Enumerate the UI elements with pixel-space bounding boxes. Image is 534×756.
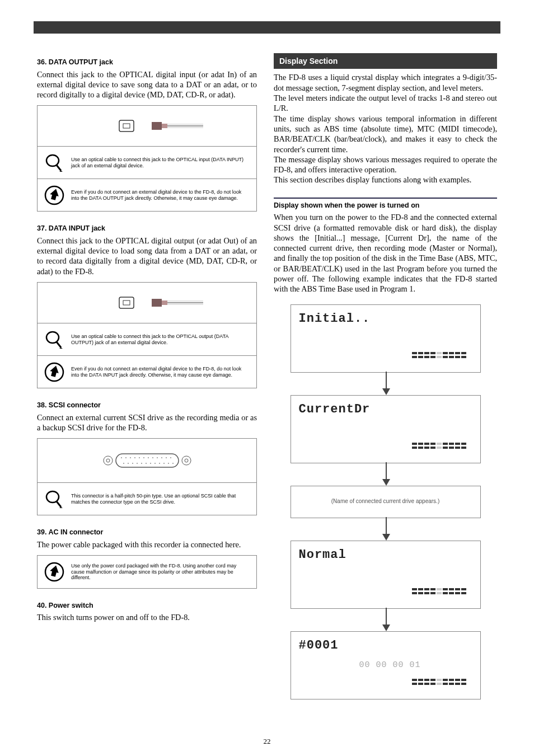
caution-icon xyxy=(44,562,64,582)
lcd-panel-normal: Normal xyxy=(291,541,481,609)
optical-jack-icon xyxy=(86,292,209,314)
svg-point-40 xyxy=(137,463,138,464)
svg-point-29 xyxy=(139,457,140,458)
display-sequence: Initial.. CurrentDr (Name of connected c… xyxy=(291,304,481,699)
svg-rect-13 xyxy=(162,300,167,305)
lcd-text: CurrentDr xyxy=(299,401,371,417)
section-37-caution: Even if you do not connect an external d… xyxy=(71,366,250,378)
svg-point-37 xyxy=(123,463,124,464)
svg-point-44 xyxy=(154,463,156,464)
svg-line-8 xyxy=(57,165,61,171)
svg-point-47 xyxy=(168,463,169,464)
svg-point-30 xyxy=(143,457,144,458)
section-39-figure: Use only the power cord packaged with th… xyxy=(37,555,257,589)
svg-point-35 xyxy=(166,457,167,458)
svg-rect-10 xyxy=(119,297,134,308)
section-36-figure: Use an optical cable to connect this jac… xyxy=(37,105,257,212)
page-number: 22 xyxy=(0,737,534,746)
arrow-down-icon xyxy=(386,517,387,539)
right-column: Display Section The FD-8 uses a liquid c… xyxy=(274,53,497,734)
magnifier-icon xyxy=(44,489,64,509)
svg-rect-0 xyxy=(119,120,134,132)
intro-p4: The message display shows various messag… xyxy=(274,154,497,175)
svg-point-48 xyxy=(172,463,174,464)
svg-point-23 xyxy=(185,459,188,462)
section-40-heading: 40. Power switch xyxy=(37,601,257,611)
lcd-text: Normal xyxy=(299,547,346,563)
poweron-heading: Display shown when the power is turned o… xyxy=(274,201,497,210)
lcd-panel-currentdr: CurrentDr xyxy=(291,395,481,463)
svg-point-28 xyxy=(134,457,135,458)
svg-line-18 xyxy=(57,342,61,348)
lcd-panel-drivename: (Name of connected current drive appears… xyxy=(291,486,481,518)
caution-icon xyxy=(44,185,64,205)
svg-point-27 xyxy=(130,457,131,458)
svg-rect-2 xyxy=(152,122,162,130)
svg-rect-24 xyxy=(116,454,179,467)
arrow-down-icon xyxy=(386,372,387,394)
svg-point-21 xyxy=(106,459,110,462)
svg-point-33 xyxy=(157,457,158,458)
svg-point-25 xyxy=(121,457,122,458)
section-37-hint: Use an optical cable to connect this jac… xyxy=(71,334,250,346)
svg-rect-12 xyxy=(152,299,162,307)
drive-name-caption: (Name of connected current drive appears… xyxy=(291,497,480,505)
caution-icon xyxy=(44,362,64,382)
intro-p5: This section describes display functions… xyxy=(274,175,497,185)
magnifier-icon xyxy=(44,330,64,350)
intro-p2: The level meters indicate the output lev… xyxy=(274,93,497,114)
section-38-figure: This connector is a half-pitch 50-pin ty… xyxy=(37,438,257,515)
svg-rect-1 xyxy=(123,124,130,128)
svg-point-32 xyxy=(152,457,153,458)
lcd-text: #0001 xyxy=(299,637,339,654)
level-meter-icon xyxy=(412,679,474,692)
svg-point-45 xyxy=(159,463,160,464)
svg-point-39 xyxy=(132,463,133,464)
poweron-body: When you turn on the power to the FD-8 a… xyxy=(274,212,497,294)
intro-p3: The time display shows various temporal … xyxy=(274,114,497,154)
optical-jack-icon xyxy=(86,115,209,137)
svg-point-17 xyxy=(46,332,59,343)
lcd-time: 00 00 00 01 xyxy=(359,660,421,671)
svg-point-38 xyxy=(128,463,129,464)
svg-point-49 xyxy=(46,491,59,503)
svg-point-20 xyxy=(104,456,113,465)
svg-line-50 xyxy=(57,501,61,507)
divider xyxy=(274,198,497,199)
lcd-panel-initial: Initial.. xyxy=(291,304,481,373)
display-section-heading: Display Section xyxy=(274,53,497,69)
svg-rect-11 xyxy=(123,300,130,305)
svg-point-41 xyxy=(141,463,142,464)
section-38-hint: This connector is a half-pitch 50-pin ty… xyxy=(71,493,250,505)
svg-rect-3 xyxy=(162,124,167,128)
section-36-body: Connect this jack to the OPTICAL digital… xyxy=(37,69,257,100)
svg-point-43 xyxy=(150,463,151,464)
section-40-body: This switch turns power on and off to th… xyxy=(37,612,257,622)
section-37-body: Connect this jack to the OPTICAL digital… xyxy=(37,236,257,276)
section-38-body: Connect an external current SCSI drive a… xyxy=(37,412,257,433)
level-meter-icon xyxy=(412,443,474,456)
svg-point-46 xyxy=(163,463,165,464)
section-36-hint: Use an optical cable to connect this jac… xyxy=(71,157,250,169)
svg-point-34 xyxy=(161,457,162,458)
level-meter-icon xyxy=(412,352,474,365)
section-37-figure: Use an optical cable to connect this jac… xyxy=(37,282,257,388)
lcd-text: Initial.. xyxy=(299,311,371,327)
level-meter-icon xyxy=(412,588,474,602)
lcd-panel-program: #0001 00 00 00 01 xyxy=(291,631,481,699)
magnifier-icon xyxy=(44,153,64,173)
section-38-heading: 38. SCSI connector xyxy=(37,401,257,410)
section-39-heading: 39. AC IN connector xyxy=(37,528,257,537)
header-bar xyxy=(34,21,500,34)
section-39-caution: Use only the power cord packaged with th… xyxy=(71,563,250,581)
svg-point-31 xyxy=(148,457,149,458)
svg-point-36 xyxy=(170,457,171,458)
left-column: 36. DATA OUTPUT jack Connect this jack t… xyxy=(37,53,257,734)
page-content: 36. DATA OUTPUT jack Connect this jack t… xyxy=(37,53,497,734)
svg-point-7 xyxy=(46,155,59,166)
arrow-down-icon xyxy=(386,462,387,485)
section-36-caution: Even if you do not connect an external d… xyxy=(71,189,250,201)
svg-point-22 xyxy=(182,456,191,465)
svg-point-42 xyxy=(146,463,147,464)
section-36-heading: 36. DATA OUTPUT jack xyxy=(37,58,257,67)
